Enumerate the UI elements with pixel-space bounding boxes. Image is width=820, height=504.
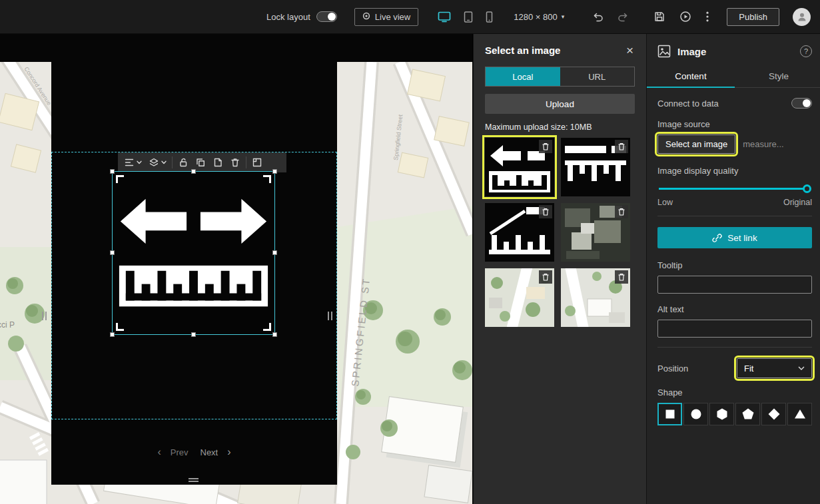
set-link-label: Set link [727, 233, 757, 243]
frame-icon [252, 157, 262, 168]
arrange-button[interactable] [121, 155, 145, 170]
tab-url[interactable]: URL [560, 67, 635, 86]
shape-triangle-button[interactable] [787, 403, 812, 425]
image-widget[interactable] [112, 171, 275, 335]
display-quality-label: Image display quality [657, 166, 812, 176]
resize-handle[interactable] [272, 250, 277, 255]
resize-handle[interactable] [110, 332, 115, 337]
tablet-icon [464, 11, 473, 23]
position-value: Fit [744, 364, 753, 374]
trash-icon [542, 142, 550, 151]
save-button[interactable] [651, 8, 668, 25]
person-icon [797, 11, 807, 22]
header-widget[interactable] [0, 34, 473, 62]
frame-button[interactable] [248, 155, 266, 170]
device-tablet-button[interactable] [462, 10, 474, 24]
shape-hexagon-button[interactable] [709, 403, 734, 425]
image-picker-panel: Select an image × Local URL Upload Maxim… [473, 34, 646, 504]
tab-content[interactable]: Content [647, 65, 735, 87]
resize-handle[interactable] [110, 169, 115, 174]
position-label: Position [657, 364, 688, 374]
right-resize-handle[interactable] [328, 312, 332, 320]
resize-handle[interactable] [272, 332, 277, 337]
quality-slider[interactable] [659, 184, 811, 193]
resolution-dropdown[interactable]: 1280 × 800 ▾ [514, 12, 564, 22]
shape-diamond-button[interactable] [761, 403, 786, 425]
image-thumbnail-street-map-2[interactable] [561, 268, 630, 327]
live-view-button[interactable]: Live view [354, 8, 418, 26]
panel-drag-handle[interactable] [189, 478, 199, 482]
link-icon [712, 233, 722, 243]
image-thumbnail-aerial-dark[interactable] [561, 203, 630, 262]
crop-corner-mark [263, 323, 271, 331]
delete-image-button[interactable] [615, 270, 628, 284]
square-icon [663, 407, 677, 421]
duplicate-button[interactable] [192, 155, 209, 170]
image-thumbnail-ruler-horizontal[interactable] [561, 138, 630, 196]
chevron-left-icon[interactable]: ‹ [157, 447, 161, 457]
prev-button[interactable]: Prev [168, 447, 191, 457]
alt-text-input[interactable] [657, 320, 812, 338]
tab-local[interactable]: Local [486, 67, 560, 86]
map-label-place-fragment: cci P [0, 320, 15, 330]
preview-button[interactable] [677, 8, 694, 25]
shape-options [657, 403, 812, 425]
trash-icon [617, 142, 625, 151]
toolbar-separator [246, 156, 246, 168]
slider-knob[interactable] [803, 184, 811, 193]
toolbar-separator [172, 156, 173, 168]
layers-button[interactable] [145, 155, 170, 170]
tab-style[interactable]: Style [735, 65, 820, 87]
lock-layout-label: Lock layout [266, 12, 310, 22]
delete-image-button[interactable] [539, 140, 552, 153]
rename-button[interactable] [209, 155, 226, 170]
resize-handle[interactable] [191, 169, 196, 174]
upload-button[interactable]: Upload [485, 94, 635, 114]
toggle-knob [803, 99, 811, 107]
undo-icon [592, 11, 604, 23]
delete-image-button[interactable] [539, 205, 552, 218]
redo-button[interactable] [615, 8, 632, 25]
close-icon[interactable]: × [625, 44, 635, 57]
device-phone-button[interactable] [484, 10, 494, 24]
shape-circle-button[interactable] [683, 403, 708, 425]
tooltip-input[interactable] [657, 276, 812, 294]
lock-layout-toggle[interactable] [316, 11, 337, 22]
select-an-image-button[interactable]: Select an image [657, 134, 735, 154]
shape-square-button[interactable] [657, 403, 682, 425]
toolbar-actions: Publish [589, 8, 811, 26]
set-link-button[interactable]: Set link [657, 227, 812, 248]
delete-widget-button[interactable] [226, 155, 244, 170]
publish-button[interactable]: Publish [727, 8, 779, 26]
triangle-icon [793, 407, 807, 421]
image-thumbnail-street-map-1[interactable] [485, 268, 554, 327]
device-desktop-button[interactable] [436, 10, 452, 24]
avatar[interactable] [793, 8, 811, 26]
source-tabs: Local URL [485, 67, 635, 87]
chevron-down-icon [161, 160, 167, 164]
image-thumbnail-ruler-diagonal[interactable] [485, 203, 554, 262]
measure-image [113, 172, 274, 334]
more-options-button[interactable] [703, 8, 712, 25]
image-source-label: Image source [657, 119, 812, 129]
image-thumbnail-arrows-ruler[interactable] [485, 138, 554, 196]
image-settings-panel: Image ? Content Style Connect to data Im… [646, 34, 820, 504]
connect-to-data-toggle[interactable] [791, 98, 812, 109]
resize-handle[interactable] [272, 169, 277, 174]
left-resize-handle[interactable] [42, 312, 47, 320]
alt-text-label: Alt text [657, 304, 812, 314]
delete-image-button[interactable] [615, 205, 628, 218]
chevron-right-icon[interactable]: › [227, 447, 230, 457]
undo-button[interactable] [589, 8, 606, 25]
delete-image-button[interactable] [615, 140, 628, 153]
position-dropdown[interactable]: Fit [737, 358, 812, 378]
resize-handle[interactable] [191, 332, 196, 337]
app-toolbar: Lock layout Live view 1280 × 800 ▾ [0, 0, 820, 34]
quality-max-label: Original [783, 198, 812, 207]
lock-button[interactable] [175, 155, 192, 170]
help-icon[interactable]: ? [800, 45, 812, 57]
delete-image-button[interactable] [539, 270, 552, 284]
shape-pentagon-button[interactable] [735, 403, 760, 425]
next-button[interactable]: Next [198, 447, 221, 457]
resize-handle[interactable] [110, 250, 115, 255]
